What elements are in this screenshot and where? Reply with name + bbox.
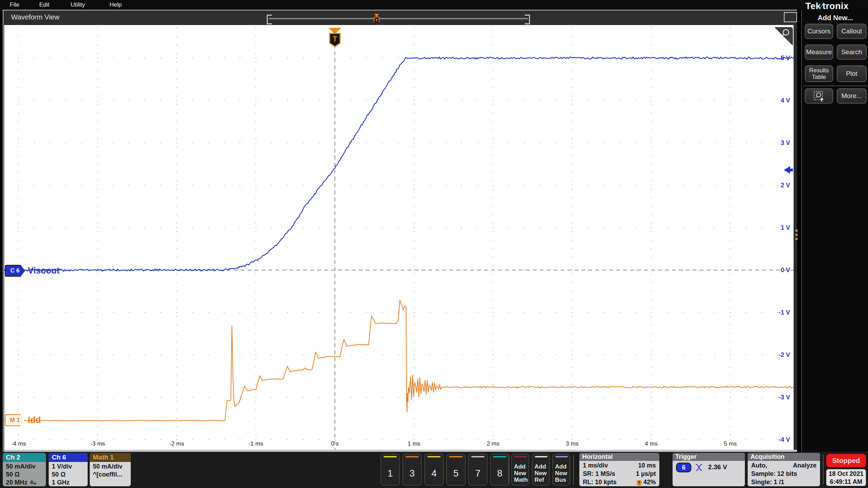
y-tick-label: 2 V (781, 182, 790, 189)
x-tick-label: -1 ms (248, 440, 263, 447)
horizontal-panel-header: Horizontal (579, 453, 659, 461)
add-ref-color-strip (535, 456, 547, 457)
channel-3-label: 3 (403, 468, 421, 479)
channel-7-color-strip (471, 456, 484, 457)
add-new-math-button[interactable]: Add New Math (511, 454, 529, 486)
acquisition-analyze: Analyze (793, 461, 817, 470)
trace-math1 (5, 300, 794, 421)
trigger-panel-header: Trigger (673, 453, 745, 461)
math1-badge-body: 50 mA/div ^[coeffil... (90, 462, 131, 486)
add-new-label[interactable]: Add New... (802, 14, 868, 22)
waveform-plot-svg: 5 V4 V3 V2 V1 V0 V-1 V-2 V-3 V-4 V-4 ms-… (4, 22, 794, 450)
zoom-select-icon (813, 90, 825, 101)
ch6-bandwidth: 1 GHz (52, 479, 88, 486)
horizontal-panel[interactable]: Horizontal 1 ms/div10 ms SR: 1 MS/s1 µs/… (579, 453, 659, 486)
channel-5-button[interactable]: 5 (446, 454, 466, 486)
channel-7-button[interactable]: 7 (468, 454, 488, 486)
channel-3-color-strip (405, 456, 419, 457)
x-tick-label: 2 ms (487, 440, 499, 447)
add-new-ref-button[interactable]: Add New Ref (532, 454, 550, 486)
ch2-termination: 50 Ω (6, 471, 46, 479)
run-stop-button[interactable]: Stopped (826, 454, 866, 467)
trace-ch6 (5, 57, 794, 271)
y-tick-label: -1 V (779, 309, 790, 316)
minimap-trigger-caret-icon[interactable] (374, 14, 379, 17)
zoom-select-button[interactable] (805, 88, 833, 104)
channel-8-color-strip (493, 456, 506, 457)
minimap-waveform-shadow (269, 19, 528, 20)
trigger-panel[interactable]: Trigger 6 2.36 V (673, 453, 745, 486)
x-tick-label: 5 ms (724, 440, 737, 447)
trigger-flag-T: T (332, 34, 337, 43)
add-math-label: Add New Math (514, 463, 530, 483)
channel-8-label: 8 (491, 468, 509, 479)
trigger-level-arrow-icon[interactable] (784, 166, 793, 174)
panel-drag-handle[interactable] (795, 229, 798, 240)
acquisition-single: Single: 1 /1 (751, 478, 817, 486)
add-ref-label: Add New Ref (535, 463, 550, 483)
handle-dot (795, 234, 798, 236)
add-math-color-strip (514, 456, 527, 457)
ch2-scale: 50 mA/div (6, 463, 46, 471)
bottom-status-bar: Ch 2 50 mA/div 50 Ω 20 MHz Bw Ch 6 1 V/d… (0, 452, 868, 488)
trigger-source-badge: 6 (676, 463, 691, 472)
ch6-badge[interactable]: Ch 6 1 V/div 50 Ω 1 GHz (49, 453, 88, 486)
measure-button[interactable]: Measure (805, 44, 833, 60)
horizontal-scale: 1 ms/div (583, 461, 608, 470)
channel-1-label: 1 (381, 468, 399, 479)
ch6-scale: 1 V/div (52, 463, 88, 471)
channel-4-label: 4 (425, 468, 443, 479)
x-tick-label: -4 ms (11, 440, 26, 447)
acquisition-panel[interactable]: Acquisition Auto,Analyze Sample: 12 bits… (748, 453, 820, 486)
add-bus-color-strip (555, 456, 568, 457)
channel-1-color-strip (384, 456, 397, 457)
trigger-position-icon: T (637, 480, 642, 486)
add-new-bus-button[interactable]: Add New Bus (552, 454, 570, 486)
results-table-button[interactable]: Results Table (805, 65, 833, 82)
math1-scale: 50 mA/div (93, 463, 131, 471)
channel-5-label: 5 (447, 468, 465, 479)
search-button[interactable]: Search (837, 44, 867, 60)
channel-4-color-strip (427, 456, 441, 457)
x-tick-label: -3 ms (90, 440, 105, 447)
panel-separator (803, 86, 867, 86)
channel-8-button[interactable]: 8 (490, 454, 509, 486)
divider (573, 455, 574, 485)
ch2-badge[interactable]: Ch 2 50 mA/div 50 Ω 20 MHz Bw (3, 453, 46, 486)
channel-4-button[interactable]: 4 (424, 454, 444, 486)
acquisition-mode: Auto, (751, 461, 767, 470)
divider (823, 455, 823, 485)
ch2-badge-body: 50 mA/div 50 Ω 20 MHz Bw (3, 462, 46, 486)
math1-flag-label: M 1 (10, 417, 20, 423)
channel-5-color-strip (449, 456, 463, 457)
acquisition-sample: Sample: 12 bits (751, 470, 817, 478)
add-bus-label: Add New Bus (555, 463, 571, 483)
more-button[interactable]: More... (837, 88, 867, 104)
math1-badge[interactable]: Math 1 50 mA/div ^[coeffil... (90, 453, 131, 486)
time-text: 6:49:11 AM (826, 478, 866, 486)
ch6-badge-body: 1 V/div 50 Ω 1 GHz (49, 462, 88, 486)
channel-1-button[interactable]: 1 (380, 454, 400, 486)
channel-3-button[interactable]: 3 (402, 454, 422, 486)
menu-file[interactable]: File (10, 1, 19, 8)
y-tick-label: 4 V (781, 97, 790, 104)
math1-trace-label[interactable]: Idd (28, 415, 41, 425)
menu-utility[interactable]: Utility (71, 1, 85, 8)
cursors-button[interactable]: Cursors (805, 24, 833, 39)
callout-button[interactable]: Callout (837, 24, 867, 39)
ch6-trace-label[interactable]: Visoout (28, 266, 59, 276)
graticule-area: 5 V4 V3 V2 V1 V0 V-1 V-2 V-3 V-4 V-4 ms-… (4, 25, 794, 453)
y-tick-label: 1 V (781, 224, 790, 231)
bw-limit-icon: B (29, 480, 33, 485)
plot-button[interactable]: Plot (837, 65, 867, 82)
x-tick-label: 1 ms (408, 440, 420, 447)
right-toolbar-panel: Add New... Cursors Callout Measure Searc… (801, 10, 868, 452)
datetime-readout: 18 Oct 2021 6:49:11 AM (826, 469, 866, 486)
menu-edit[interactable]: Edit (39, 1, 49, 8)
ch6-badge-header: Ch 6 (49, 453, 88, 462)
trigger-level-readout: 2.36 V (708, 463, 727, 471)
window-maximize-button[interactable] (784, 12, 797, 22)
edge-trigger-icon (694, 463, 705, 472)
menu-help[interactable]: Help (110, 1, 122, 8)
y-tick-label: -2 V (779, 351, 790, 358)
